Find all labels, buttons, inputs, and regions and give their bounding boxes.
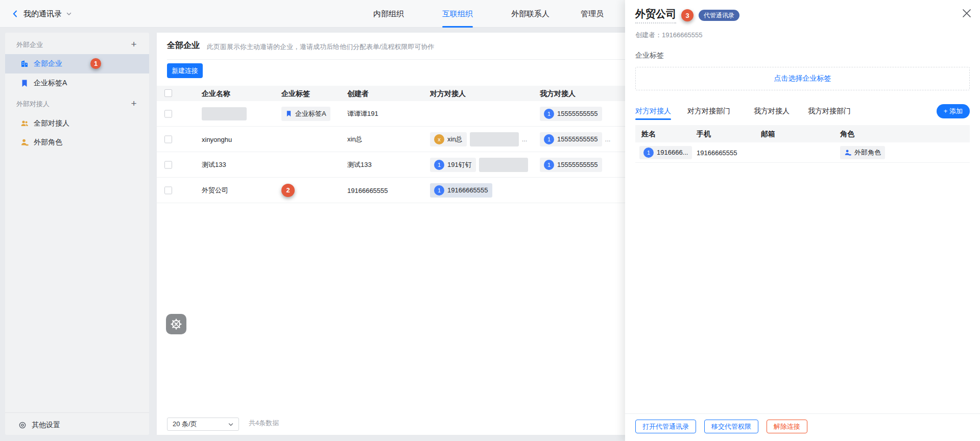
chevron-down-icon — [228, 422, 234, 428]
redacted-contact-chip — [479, 158, 528, 172]
creator-cell: xin总 — [347, 135, 363, 144]
column-email: 邮箱 — [761, 125, 775, 142]
column-company-name: 企业名称 — [202, 86, 230, 101]
our-liaison-cell: 1 15555555555 ... — [540, 132, 610, 146]
redacted-block — [202, 107, 247, 120]
tab-external-contacts[interactable]: 外部联系人 — [511, 0, 549, 28]
person-role-icon — [844, 149, 851, 156]
page-size-value: 20 条/页 — [173, 418, 197, 430]
transfer-managed-rights-button[interactable]: 移交代管权限 — [704, 420, 758, 433]
creator-cell: 19166665555 — [347, 186, 388, 194]
managed-addressbook-tag: 代管通讯录 — [699, 10, 739, 21]
role-chip: 外部角色 — [840, 146, 885, 159]
chevron-down-icon — [66, 11, 72, 17]
creator-cell: 谭谭谭191 — [347, 109, 378, 118]
sidebar-section-external-companies: 外部企业 — [16, 39, 43, 51]
back-label: 我的通讯录 — [23, 9, 62, 19]
close-icon[interactable] — [961, 7, 973, 19]
active-tab-underline — [635, 118, 671, 120]
our-liaison-cell: 1 15555555555 — [540, 158, 602, 172]
row-checkbox[interactable] — [164, 186, 172, 194]
bookmark-icon — [285, 110, 292, 117]
contact-chip[interactable]: 1 191钉钉 — [430, 158, 476, 172]
tag-picker-link: 点击选择企业标签 — [774, 74, 831, 83]
sidebar-item-other-settings[interactable]: 其他设置 — [5, 415, 149, 435]
tag-picker[interactable]: 点击选择企业标签 — [635, 67, 970, 90]
their-liaison-cell: 1 19166665555 — [430, 183, 492, 198]
settings-fab-button[interactable] — [166, 314, 186, 334]
row-checkbox[interactable] — [164, 135, 172, 143]
back-chevron-icon — [11, 10, 19, 18]
panel-creator: 创建者：19166665555 — [635, 31, 703, 40]
sidebar-divider — [5, 412, 149, 413]
role-label: 外部角色 — [854, 148, 881, 157]
column-their-liaison: 对方对接人 — [430, 86, 466, 101]
sidebar-item-all-liaisons[interactable]: 全部对接人 — [5, 114, 149, 133]
contact-chip[interactable]: 1 1916666... — [639, 146, 692, 159]
sidebar: 外部企业 + 全部企业 1 企业标签A 外部对接人 + 全部对接人 外部角色 其… — [5, 33, 149, 435]
tab-admin[interactable]: 管理员 — [581, 0, 604, 28]
redacted-contact-chip — [470, 132, 519, 146]
company-detail-panel: 外贸公司 3 代管通讯录 创建者：19166665555 企业标签 点击选择企业… — [625, 0, 980, 441]
company-tag-cell: 2 — [281, 184, 295, 197]
column-creator: 创建者 — [347, 86, 369, 101]
contact-chip[interactable]: 1 15555555555 — [540, 132, 602, 146]
phone-cell: 19166665555 — [697, 149, 737, 156]
open-managed-addressbook-button[interactable]: 打开代管通讯录 — [635, 420, 696, 433]
tab-internal-org[interactable]: 内部组织 — [373, 0, 404, 28]
panel-table-row[interactable]: 1 1916666... 19166665555 外部角色 — [635, 142, 970, 163]
panel-title-row: 外贸公司 3 代管通讯录 — [635, 7, 739, 23]
column-our-liaison: 我方对接人 — [540, 86, 576, 101]
panel-tab-their-liaisons[interactable]: 对方对接人 — [635, 104, 671, 119]
tag-label: 企业标签A — [295, 109, 326, 118]
row-checkbox[interactable] — [164, 161, 172, 168]
panel-tab-our-liaisons[interactable]: 我方对接人 — [754, 104, 790, 119]
contact-chip[interactable]: x xin总 — [430, 132, 467, 146]
sidebar-item-label: 全部对接人 — [34, 119, 69, 128]
row-checkbox[interactable] — [164, 110, 172, 117]
contact-label: 191钉钉 — [447, 160, 472, 169]
bookmark-icon — [20, 79, 29, 87]
avatar: 1 — [544, 134, 554, 144]
role-cell: 外部角色 — [840, 146, 885, 159]
add-liaison-button[interactable]: + — [128, 98, 140, 110]
step-badge-2: 2 — [281, 184, 295, 197]
sidebar-item-external-roles[interactable]: 外部角色 — [5, 133, 149, 152]
company-name-cell: 测试133 — [202, 160, 226, 169]
sidebar-item-all-companies[interactable]: 全部企业 1 — [5, 54, 149, 74]
select-all-checkbox[interactable] — [164, 89, 172, 97]
contact-label: 19166665555 — [447, 186, 488, 194]
disconnect-button[interactable]: 解除连接 — [767, 420, 807, 433]
contact-chip[interactable]: 1 15555555555 — [540, 158, 602, 172]
name-cell: 1 1916666... — [639, 146, 692, 159]
company-name-cell: 外贸公司 — [202, 186, 228, 195]
add-company-button[interactable]: + — [128, 39, 140, 51]
page-subtitle: 此页面展示你主动邀请的企业，邀请成功后给他们分配表单/流程权限即可协作 — [207, 42, 435, 52]
contact-chip[interactable]: 1 15555555555 — [540, 107, 602, 121]
page-size-select[interactable]: 20 条/页 — [167, 418, 239, 431]
more-indicator: ... — [605, 135, 611, 143]
new-connection-button[interactable]: 新建连接 — [167, 63, 203, 78]
avatar: 1 — [544, 160, 554, 170]
contact-label: 15555555555 — [557, 135, 598, 143]
sidebar-item-label: 其他设置 — [32, 421, 60, 430]
avatar: 1 — [643, 148, 654, 158]
column-role: 角色 — [840, 125, 854, 142]
tab-connected-org[interactable]: 互联组织 — [442, 0, 473, 28]
sidebar-item-company-tag-a[interactable]: 企业标签A — [5, 74, 149, 93]
creator-cell: 测试133 — [347, 160, 372, 169]
total-count: 共4条数据 — [249, 419, 279, 428]
active-tab-underline — [442, 26, 473, 28]
step-badge-3: 3 — [681, 9, 694, 21]
panel-tab-their-departments[interactable]: 对方对接部门 — [687, 104, 730, 119]
sidebar-section-external-liaisons: 外部对接人 — [16, 98, 50, 110]
panel-tab-our-departments[interactable]: 我方对接部门 — [808, 104, 851, 119]
panel-title: 外贸公司 — [635, 7, 676, 23]
page-title: 全部企业 — [167, 40, 200, 51]
contact-label: 15555555555 — [557, 110, 598, 117]
contact-label: xin总 — [447, 135, 463, 144]
add-button[interactable]: + 添加 — [937, 104, 970, 118]
contact-chip[interactable]: 1 19166665555 — [430, 183, 492, 198]
company-tag-cell: 企业标签A — [281, 107, 330, 121]
back-navigation[interactable]: 我的通讯录 — [11, 0, 72, 28]
